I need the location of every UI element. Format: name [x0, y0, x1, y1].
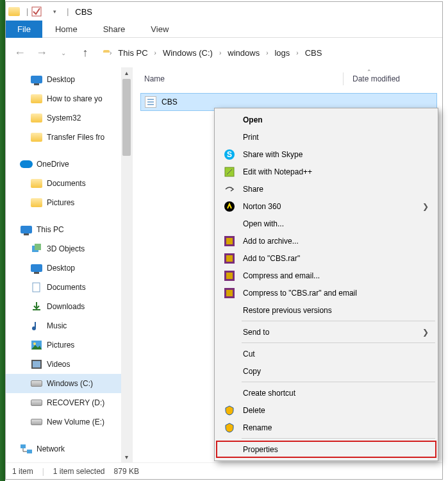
tab-view[interactable]: View [138, 21, 181, 38]
tree-item-windows-c[interactable]: Windows (C:) [6, 374, 132, 393]
tree-item-desktop[interactable]: Desktop [6, 70, 132, 89]
breadcrumb-item[interactable]: windows [228, 48, 260, 58]
desktop-icon [30, 262, 43, 274]
tree-label: Windows (C:) [47, 379, 93, 388]
up-button[interactable]: ↑ [78, 45, 93, 60]
menu-add-archive[interactable]: Add to archive... [216, 232, 436, 249]
text-file-icon [145, 96, 156, 108]
column-headers: ⌃ Name Date modified [133, 67, 442, 90]
column-date[interactable]: Date modified [353, 74, 400, 83]
menu-delete[interactable]: Delete [216, 401, 436, 419]
menu-norton[interactable]: Norton 360❯ [216, 198, 436, 215]
chevron-right-icon[interactable]: › [266, 49, 268, 56]
breadcrumb-item[interactable]: logs [274, 48, 290, 58]
music-icon [30, 320, 43, 332]
tree-item-network[interactable]: Network [6, 439, 132, 459]
tree-item[interactable]: RECOVERY (D:) [6, 393, 132, 412]
menu-rename[interactable]: Rename [216, 419, 436, 436]
tree-item-onedrive[interactable]: OneDrive [6, 155, 132, 174]
ribbon-tabs: File Home Share View [6, 21, 442, 38]
objects-icon [30, 243, 43, 255]
tab-home[interactable]: Home [42, 21, 90, 38]
tree-item[interactable]: Desktop [6, 258, 132, 278]
breadcrumb-item[interactable]: This PC [118, 48, 147, 58]
menu-compress-cbs-email[interactable]: Compress to "CBS.rar" and email [216, 284, 436, 301]
svg-rect-9 [33, 361, 40, 367]
svg-rect-3 [33, 283, 40, 292]
tree-item[interactable]: Transfer Files fro [6, 128, 132, 147]
tab-file[interactable]: File [6, 21, 42, 38]
chevron-right-icon[interactable]: › [296, 49, 298, 56]
tree-label: Videos [47, 360, 70, 369]
svg-rect-10 [21, 444, 26, 448]
quick-checkbox-icon[interactable] [31, 6, 42, 17]
tree-item[interactable]: New Volume (E:) [6, 412, 132, 432]
svg-rect-2 [35, 244, 41, 250]
documents-icon [30, 282, 43, 293]
scroll-down-icon[interactable]: ▾ [121, 451, 132, 462]
separator: | [67, 7, 69, 16]
notepad-icon [222, 165, 236, 178]
menu-share[interactable]: Share [216, 180, 436, 198]
status-size: 879 KB [114, 467, 139, 476]
cloud-icon [20, 158, 33, 170]
downloads-icon [30, 301, 43, 312]
tree-item[interactable]: Pictures [6, 335, 132, 355]
menu-print[interactable]: Print [216, 128, 436, 146]
tree-item[interactable]: 3D Objects [6, 239, 132, 258]
menu-openwith[interactable]: Open with... [216, 215, 436, 232]
tree-scrollbar[interactable]: ▴ ▾ [121, 67, 132, 462]
menu-open[interactable]: Open [216, 111, 436, 128]
chevron-right-icon[interactable]: › [154, 49, 156, 56]
tab-share[interactable]: Share [90, 21, 138, 38]
tree-item[interactable]: System32 [6, 108, 132, 128]
tree-label: RECOVERY (D:) [47, 398, 104, 407]
chevron-right-icon[interactable]: › [110, 49, 112, 56]
videos-icon [30, 359, 43, 370]
tree-item-thispc[interactable]: This PC [6, 220, 132, 239]
tree-item[interactable]: Music [6, 316, 132, 335]
back-button[interactable]: ← [12, 45, 28, 60]
tree-item[interactable]: Downloads [6, 297, 132, 316]
scroll-thumb[interactable] [122, 79, 131, 156]
tree-item[interactable]: Videos [6, 355, 132, 374]
svg-rect-4 [33, 309, 40, 310]
menu-restore-versions[interactable]: Restore previous versions [216, 301, 436, 319]
breadcrumb-item[interactable]: Windows (C:) [163, 48, 213, 58]
tree-item[interactable]: How to share yo [6, 89, 132, 108]
tree-item[interactable]: Documents [6, 278, 132, 297]
scroll-up-icon[interactable]: ▴ [121, 67, 132, 78]
menu-sendto[interactable]: Send to❯ [216, 323, 436, 341]
menu-compress-email[interactable]: Compress and email... [216, 267, 436, 284]
menu-create-shortcut[interactable]: Create shortcut [216, 384, 436, 401]
menu-cut[interactable]: Cut [216, 345, 436, 362]
tree-label: How to share yo [47, 94, 103, 103]
tree-item[interactable]: Pictures [6, 193, 132, 212]
tree-item[interactable]: Documents [6, 174, 132, 193]
recent-dropdown-icon[interactable]: ⌄ [56, 45, 71, 60]
tree-label: System32 [47, 114, 81, 122]
svg-rect-23 [226, 290, 233, 296]
menu-copy[interactable]: Copy [216, 362, 436, 380]
breadcrumb-item[interactable]: CBS [305, 48, 322, 58]
separator: | [26, 7, 28, 16]
skype-icon: S [222, 148, 236, 161]
column-name[interactable]: Name [144, 74, 343, 83]
menu-share-skype[interactable]: SShare with Skype [216, 146, 436, 163]
status-selected: 1 item selected [53, 467, 105, 476]
winrar-icon [222, 235, 236, 248]
tree-label: Documents [47, 179, 86, 188]
winrar-icon [222, 252, 236, 265]
tree-label: Documents [47, 283, 86, 292]
menu-properties[interactable]: Properties [216, 441, 436, 458]
sort-indicator-icon: ⌃ [367, 69, 372, 75]
disk-icon [30, 397, 43, 409]
pictures-icon [30, 339, 43, 351]
quick-dropdown-icon[interactable]: ▾ [49, 6, 60, 17]
menu-add-cbs-rar[interactable]: Add to "CBS.rar" [216, 249, 436, 267]
menu-edit-notepad[interactable]: Edit with Notepad++ [216, 163, 436, 180]
chevron-right-icon[interactable]: › [219, 49, 221, 56]
tree-label: This PC [37, 225, 64, 234]
forward-button[interactable]: → [34, 45, 49, 60]
breadcrumb[interactable]: › This PC › Windows (C:) › windows › log… [99, 48, 436, 58]
